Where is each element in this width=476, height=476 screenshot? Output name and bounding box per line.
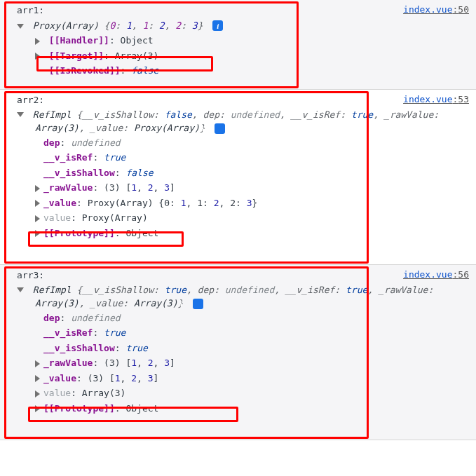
console-object-arr3: index.vue:56 arr3: RefImpl {__v_isShallo…	[0, 265, 476, 440]
property-row[interactable]: _rawValue: (3) [1, 2, 3]	[4, 355, 472, 371]
property-row[interactable]: [[Prototype]]: Object	[4, 226, 472, 241]
property-row[interactable]: [[Handler]]: Object	[4, 33, 472, 48]
info-icon[interactable]: i	[193, 299, 203, 309]
source-link[interactable]: index.vue:53	[403, 93, 469, 107]
object-summary[interactable]: Proxy(Array) {0: 1, 1: 2, 2: 3}	[33, 20, 208, 31]
expand-toggle[interactable]	[35, 53, 40, 60]
property-row[interactable]: _rawValue: (3) [1, 2, 3]	[4, 180, 472, 196]
console-object-arr2: index.vue:53 arr2: RefImpl {__v_isShallo…	[0, 90, 476, 265]
property-row[interactable]: value: Array(3)	[4, 386, 472, 401]
expand-toggle[interactable]	[35, 38, 40, 45]
property-row[interactable]: _value: Proxy(Array) {0: 1, 1: 2, 2: 3}	[4, 196, 472, 211]
expand-toggle[interactable]	[35, 215, 40, 222]
expand-toggle[interactable]	[35, 230, 40, 237]
property-row: dep: undefined	[4, 311, 472, 326]
expand-toggle[interactable]	[17, 24, 24, 29]
expand-toggle[interactable]	[35, 200, 40, 207]
property-row[interactable]: [[Target]]: Array(3)	[4, 48, 472, 64]
property-row: dep: undefined	[4, 135, 472, 151]
property-row[interactable]: _value: (3) [1, 2, 3]	[4, 371, 472, 386]
property-row[interactable]: value: Proxy(Array)	[4, 210, 472, 226]
property-row: __v_isShallow: false	[4, 165, 472, 181]
object-name: arr2:	[17, 95, 44, 105]
info-icon[interactable]: i	[215, 123, 225, 134]
property-row: __v_isRef: true	[4, 325, 472, 341]
expand-toggle[interactable]	[35, 405, 40, 412]
property-row[interactable]: [[Prototype]]: Object	[4, 401, 472, 416]
info-icon[interactable]: i	[212, 20, 223, 31]
expand-toggle[interactable]	[35, 375, 40, 382]
expand-toggle[interactable]	[35, 360, 40, 367]
expand-toggle[interactable]	[17, 112, 24, 117]
property-row: [[IsRevoked]]: false	[4, 63, 472, 79]
object-name: arr3:	[17, 270, 44, 280]
source-link[interactable]: index.vue:50	[403, 3, 469, 17]
expand-toggle[interactable]	[35, 185, 40, 192]
property-row: __v_isRef: true	[4, 150, 472, 165]
object-summary[interactable]: RefImpl {__v_isShallow: true, dep: undef…	[4, 283, 472, 311]
object-summary[interactable]: RefImpl {__v_isShallow: false, dep: unde…	[4, 108, 472, 135]
expand-toggle[interactable]	[17, 287, 24, 292]
expand-toggle[interactable]	[35, 390, 40, 397]
source-link[interactable]: index.vue:56	[403, 268, 469, 282]
property-row: __v_isShallow: true	[4, 341, 472, 356]
object-name: arr1:	[17, 5, 44, 15]
console-object-arr1: index.vue:50 arr1: Proxy(Array) {0: 1, 1…	[0, 0, 476, 90]
